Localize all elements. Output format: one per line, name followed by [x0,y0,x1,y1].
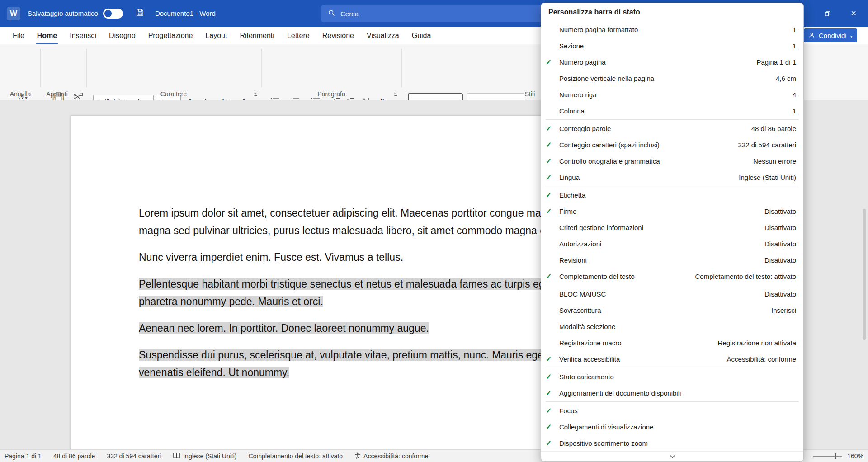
word-logo: W [7,7,20,20]
menu-item-label: Sovrascrittura [559,306,771,314]
status-word-count[interactable]: 48 di 86 parole [53,453,95,460]
status-menu-item[interactable]: Posizione verticale nella pagina4,6 cm [541,70,803,86]
status-menu-item[interactable]: AutorizzazioniDisattivato [541,236,803,252]
status-menu-item[interactable]: ✓Conteggio parole48 di 86 parole [541,120,803,137]
menu-item-label: Etichetta [559,191,796,199]
autosave-label: Salvataggio automatico [28,9,98,17]
status-menu-item[interactable]: ✓LinguaInglese (Stati Uniti) [541,169,803,185]
status-menu-item[interactable]: Modalità selezione [541,318,803,335]
status-menu-item[interactable]: Numero pagina formattato1 [541,21,803,38]
menu-item-label: Dispositivo scorrimento zoom [559,439,796,447]
status-autocomplete[interactable]: Completamento del testo: attivato [249,453,343,460]
checkmark-icon: ✓ [546,191,559,199]
status-page-number[interactable]: Pagina 1 di 1 [5,453,42,460]
tab-revisione[interactable]: Revisione [316,27,360,44]
group-label-paragraph: Paragrafo [317,90,345,98]
status-menu-item[interactable]: ✓Completamento del testoCompletamento de… [541,268,803,284]
status-menu-item[interactable]: RevisioniDisattivato [541,252,803,268]
tab-disegno[interactable]: Disegno [103,27,142,44]
menu-item-label: Sezione [559,42,793,50]
menu-item-label: Collegamenti di visualizzazione [559,423,796,431]
zoom-level[interactable]: 160% [847,453,863,460]
status-menu-item[interactable]: Numero riga4 [541,86,803,103]
menu-item-value: Inglese (Stati Uniti) [739,174,796,181]
menu-scroll-down[interactable] [541,451,803,461]
accessibility-person-icon [354,452,361,460]
menu-separator [546,401,799,402]
zoom-slider[interactable] [813,456,842,457]
status-menu-item[interactable]: Criteri gestione informazioniDisattivato [541,219,803,236]
menu-item-label: Stato caricamento [559,373,796,381]
paragraph-dialog-launcher[interactable] [392,91,399,97]
checkmark-icon: ✓ [546,406,559,415]
save-button[interactable] [136,8,144,19]
search-bar[interactable]: Cerca [321,5,547,22]
proofing-book-icon [173,452,180,460]
checkmark-icon: ✓ [546,372,559,381]
status-accessibility[interactable]: Accessibilità: conforme [354,452,428,460]
share-label: Condividi [819,32,847,39]
checkmark-icon: ✓ [546,58,559,66]
menu-item-label: Verifica accessibilità [559,355,727,363]
status-menu-item[interactable]: ✓Dispositivo scorrimento zoom [541,435,803,451]
menu-item-value: 332 di 594 caratteri [738,141,796,149]
vertical-scrollbar[interactable] [862,207,867,449]
checkmark-icon: ✓ [546,423,559,431]
status-menu-item[interactable]: ✓Etichetta [541,187,803,203]
status-menu-item[interactable]: ✓FirmeDisattivato [541,203,803,219]
status-menu-item[interactable]: Colonna1 [541,103,803,119]
status-menu-item[interactable]: ✓Collegamenti di visualizzazione [541,419,803,435]
menu-item-label: Controllo ortografia e grammatica [559,157,753,165]
tab-home[interactable]: Home [31,27,63,44]
status-menu-item[interactable]: Sezione1 [541,38,803,54]
share-button[interactable]: Condividi [804,28,857,42]
status-menu-item[interactable]: ✓Aggiornamenti del documento disponibili [541,385,803,401]
status-menu-item[interactable]: BLOC MAIUSCDisattivato [541,286,803,302]
tab-guida[interactable]: Guida [406,27,438,44]
menu-item-value: Disattivato [764,207,796,215]
menu-item-label: Aggiornamenti del documento disponibili [559,389,796,397]
tab-lettere[interactable]: Lettere [281,27,316,44]
menu-item-label: Registrazione macro [559,339,718,347]
menu-item-value: 4,6 cm [776,75,796,82]
status-menu-item[interactable]: ✓Controllo ortografia e grammaticaNessun… [541,153,803,169]
menu-item-label: Autorizzazioni [559,240,764,248]
menu-item-value: 48 di 86 parole [751,125,796,132]
menu-item-label: Firme [559,207,764,215]
tab-inserisci[interactable]: Inserisci [63,27,103,44]
status-menu-item[interactable]: ✓Conteggio caratteri (spazi inclusi)332 … [541,137,803,153]
chevron-down-icon [670,455,675,458]
status-bar-customize-menu: Personalizza barra di stato Numero pagin… [541,3,804,462]
status-menu-item[interactable]: ✓Verifica accessibilitàAccessibilità: co… [541,351,803,367]
scrollbar-thumb[interactable] [863,209,866,340]
status-menu-item[interactable]: ✓Stato caricamento [541,368,803,385]
restore-button[interactable] [815,0,840,27]
menu-separator [546,368,799,368]
tab-visualizza[interactable]: Visualizza [360,27,406,44]
autosave-toggle[interactable] [103,9,123,19]
checkmark-icon: ✓ [546,157,559,165]
tab-layout[interactable]: Layout [199,27,233,44]
chevron-down-icon [850,32,853,39]
status-menu-item[interactable]: ✓Focus [541,402,803,419]
clipboard-dialog-launcher[interactable] [78,91,84,97]
status-menu-item[interactable]: ✓Numero paginaPagina 1 di 1 [541,54,803,70]
group-label-clipboard: Appunti [46,90,67,98]
status-char-count[interactable]: 332 di 594 caratteri [107,453,161,460]
group-label-undo: Annulla [10,90,31,98]
menu-title: Personalizza barra di stato [541,3,803,21]
menu-item-label: Focus [559,407,796,415]
menu-item-label: BLOC MAIUSC [559,290,764,298]
group-label-font: Carattere [160,90,187,98]
status-language[interactable]: Inglese (Stati Uniti) [173,452,236,460]
menu-item-label: Colonna [559,107,793,115]
close-button[interactable]: × [841,0,866,27]
font-dialog-launcher[interactable] [252,91,259,97]
tab-riferimenti[interactable]: Riferimenti [233,27,280,44]
status-menu-item[interactable]: Registrazione macroRegistrazione non att… [541,335,803,351]
status-menu-item[interactable]: SovrascritturaInserisci [541,302,803,318]
zoom-slider-thumb[interactable] [835,453,836,459]
group-divider [261,49,262,87]
tab-file[interactable]: File [6,27,31,44]
tab-progettazione[interactable]: Progettazione [142,27,199,44]
